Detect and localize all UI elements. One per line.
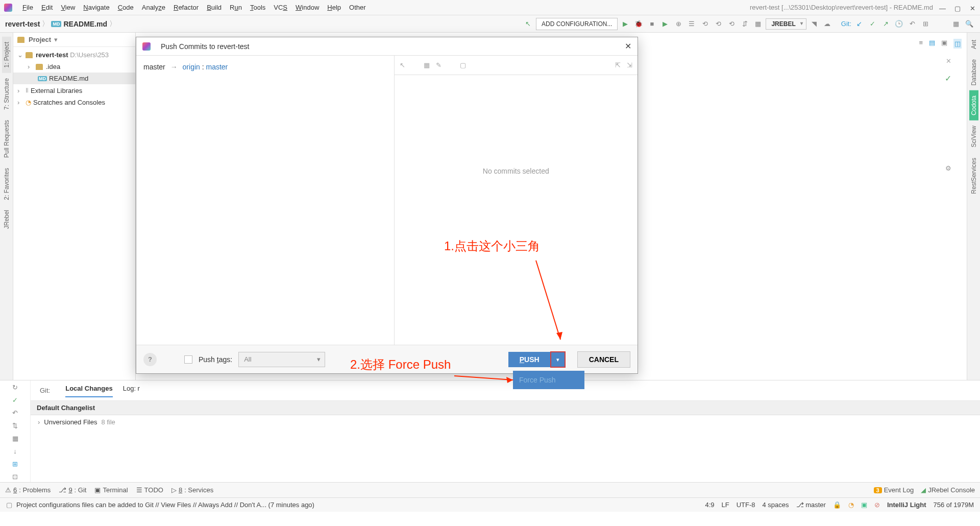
breadcrumb-file[interactable]: README.md [63, 20, 107, 28]
dialog-close-icon[interactable]: ✕ [625, 41, 631, 51]
rollback-icon[interactable]: ↶ [12, 409, 18, 417]
status-line-separator[interactable]: LF [722, 501, 729, 509]
left-tab-project[interactable]: 1: Project [2, 37, 11, 73]
preview-columns-icon[interactable]: ◫ [953, 39, 962, 49]
tree-readme-file[interactable]: MD README.md [13, 73, 135, 84]
bottom-git[interactable]: ⎇ 9: Git [59, 486, 86, 494]
remote-name[interactable]: origin [183, 63, 200, 71]
status-terminal-icon[interactable]: ▣ [861, 501, 867, 509]
help-icon[interactable]: ? [143, 353, 157, 366]
close-tab-icon[interactable]: ✕ [946, 57, 951, 65]
bottom-services[interactable]: ▷ 8: Services [172, 486, 213, 494]
debug-icon[interactable]: 🐞 [633, 18, 644, 30]
shelve-icon[interactable]: ↓ [13, 447, 17, 455]
stop-icon[interactable]: ■ [646, 18, 657, 30]
preview-split-icon[interactable]: ▤ [929, 39, 935, 49]
gear-icon[interactable]: ⚙ [945, 164, 951, 172]
sync-icon[interactable]: ⟲ [699, 18, 710, 30]
edit-icon[interactable]: ✎ [436, 61, 442, 69]
default-changelist-header[interactable]: Default Changelist [31, 401, 980, 415]
screen-icon[interactable]: ▢ [460, 61, 466, 69]
jrebel-dropdown[interactable]: JREBEL [766, 18, 806, 30]
left-tab-structure[interactable]: 7: Structure [2, 73, 11, 115]
diff-prev-icon[interactable]: ↖ [400, 61, 405, 69]
bottom-jrebel-console[interactable]: ◢ JRebel Console [921, 486, 975, 494]
menu-analyze[interactable]: Analyze [138, 2, 169, 13]
menu-run[interactable]: Run [226, 2, 246, 13]
right-tab-codota[interactable]: Codota [969, 90, 978, 121]
right-tab-rest[interactable]: RestServices [969, 153, 978, 199]
preview-list-icon[interactable]: ≡ [919, 39, 923, 49]
stop2-icon[interactable]: ▦ [752, 18, 764, 30]
status-error-icon[interactable]: ⊘ [874, 501, 880, 509]
cancel-button[interactable]: CANCEL [577, 351, 630, 368]
git-push-icon[interactable]: ↗ [880, 18, 891, 30]
expand-icon[interactable]: ⇲ [627, 61, 632, 69]
menu-edit[interactable]: Edit [37, 2, 57, 13]
diff-icon[interactable]: ⇅ [12, 422, 18, 429]
menu-view[interactable]: View [57, 2, 79, 13]
commit-check-icon[interactable]: ✓ [12, 396, 18, 404]
group-icon[interactable]: ⊞ [12, 460, 18, 468]
git-revert-icon[interactable]: ↶ [906, 18, 918, 30]
window-minimize-icon[interactable]: — [939, 5, 945, 11]
status-caret-pos[interactable]: 4:9 [705, 501, 714, 509]
status-codota-icon[interactable]: ◔ [848, 501, 854, 509]
refresh-icon[interactable]: ↻ [12, 384, 18, 391]
push-tags-checkbox[interactable] [184, 355, 192, 364]
status-branch[interactable]: ⎇ master [796, 501, 826, 509]
push-button[interactable]: PUSH [508, 352, 551, 367]
git-history-icon[interactable]: 🕒 [893, 18, 904, 30]
search-icon[interactable]: 🔍 [964, 18, 975, 30]
chevron-down-icon[interactable]: ▾ [54, 36, 58, 43]
hammer-icon[interactable]: ↖ [523, 18, 534, 30]
attach-icon[interactable]: ☰ [686, 18, 697, 30]
git-update-icon[interactable]: ↙ [853, 18, 865, 30]
bottom-event-log[interactable]: 3 Event Log [874, 486, 914, 494]
menu-navigate[interactable]: Navigate [79, 2, 113, 13]
tree-external-libraries[interactable]: › ⫴ External Libraries [13, 84, 135, 97]
menu-window[interactable]: Window [291, 2, 323, 13]
menu-refactor[interactable]: Refactor [169, 2, 203, 13]
status-encoding[interactable]: UTF-8 [737, 501, 755, 509]
preview-image-icon[interactable]: ▣ [941, 39, 947, 49]
tree-idea-folder[interactable]: › .idea [13, 61, 135, 73]
git-tab-log[interactable]: Log: r [123, 384, 140, 397]
status-theme[interactable]: IntelliJ Light [887, 501, 926, 509]
remote-branch[interactable]: master [206, 63, 228, 71]
run-icon[interactable]: ▶ [620, 18, 631, 30]
reload2-icon[interactable]: ⟲ [726, 18, 737, 30]
menu-build[interactable]: Build [203, 2, 226, 13]
status-message[interactable]: Project configurations files can be adde… [16, 501, 705, 509]
menu-file[interactable]: File [18, 2, 37, 13]
jr-icon[interactable]: ⇵ [739, 18, 750, 30]
push-dropdown-button[interactable] [551, 352, 565, 367]
collapse-icon[interactable]: ⇱ [615, 61, 621, 69]
run-config-selector[interactable]: ADD CONFIGURATION... [536, 18, 618, 30]
bottom-todo[interactable]: ☰ TODO [136, 486, 163, 494]
status-memory[interactable]: 756 of 1979M [933, 501, 974, 509]
group-icon[interactable]: ▦ [424, 61, 430, 69]
right-tab-database[interactable]: Database [969, 54, 978, 90]
window-close-icon[interactable]: ✕ [970, 5, 976, 11]
toolwindows-icon[interactable]: ▦ [950, 18, 962, 30]
bottom-terminal[interactable]: ▣ Terminal [94, 486, 128, 494]
jr-rocket-icon[interactable]: ◥ [808, 18, 820, 30]
window-maximize-icon[interactable]: ▢ [954, 5, 961, 11]
reload-icon[interactable]: ⟲ [713, 18, 724, 30]
left-tab-jrebel[interactable]: JRebel [2, 205, 11, 234]
jr-cloud-icon[interactable]: ☁ [822, 18, 833, 30]
left-tab-favorites[interactable]: 2: Favorites [2, 163, 11, 205]
git-commit-icon[interactable]: ✓ [867, 18, 878, 30]
right-tab-ant[interactable]: Ant [969, 35, 978, 54]
coverage-run-icon[interactable]: ▶ [659, 18, 671, 30]
push-tags-select[interactable]: All [238, 352, 325, 367]
status-indent[interactable]: 4 spaces [763, 501, 789, 509]
menu-help[interactable]: Help [323, 2, 345, 13]
left-tab-pull-requests[interactable]: Pull Requests [2, 115, 11, 163]
right-tab-sciview[interactable]: SciView [969, 121, 978, 152]
menu-code[interactable]: Code [114, 2, 138, 13]
menu-other[interactable]: Other [345, 2, 370, 13]
expand-icon[interactable]: ⊡ [12, 473, 18, 481]
changelist-icon[interactable]: ▦ [12, 435, 18, 442]
